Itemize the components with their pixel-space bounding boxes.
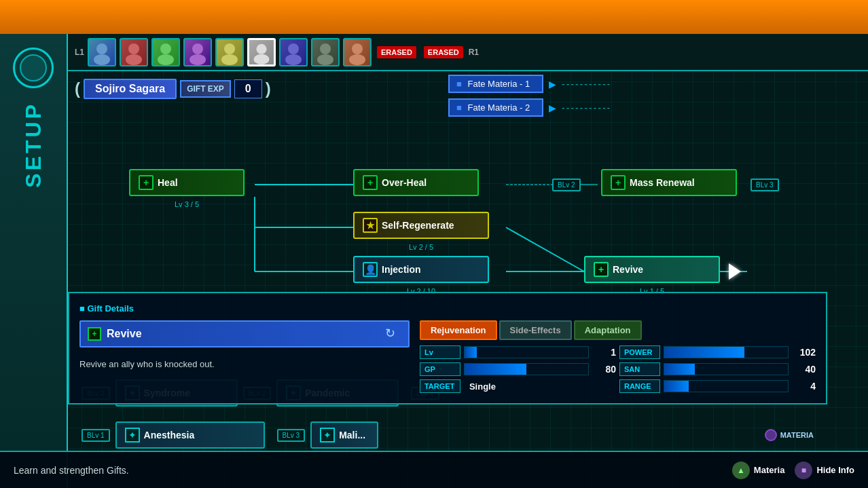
char-avatar-6-active[interactable] <box>247 38 276 67</box>
skill-node-mass-renewal[interactable]: + Mass Renewal <box>601 169 737 196</box>
fate-materia-1-value: ----------- <box>562 79 611 90</box>
materia-badge-text: MATERIA <box>780 431 814 439</box>
svg-point-15 <box>317 54 333 65</box>
svg-point-5 <box>158 54 174 65</box>
setup-sidebar: SETUP <box>0 34 68 488</box>
top-bar <box>0 0 868 34</box>
stat-san-fill <box>664 364 695 375</box>
materia-action[interactable]: ▲ Materia <box>732 462 785 479</box>
anesthesia-row: BLv 1 ✦ Anesthesia BLv 3 ✦ Mali... MATER… <box>68 421 827 449</box>
char-avatar-8[interactable] <box>311 38 340 67</box>
stat-range-label: RANGE <box>619 379 660 393</box>
char-avatar-2[interactable] <box>120 38 148 67</box>
char-avatar-9[interactable] <box>343 38 372 67</box>
mali-name: Mali... <box>339 430 365 440</box>
svg-point-1 <box>94 54 110 65</box>
self-regenerate-level: Lv 2 / 5 <box>409 243 433 251</box>
stat-range-value: 4 <box>792 381 816 392</box>
name-close-bracket: ) <box>266 79 271 98</box>
tab-adaptation[interactable]: Adaptation <box>574 320 642 340</box>
gift-details-title: ■ Gift Details <box>79 303 816 314</box>
gift-tabs: Rejuvenation Side-Effects Adaptation <box>420 320 816 340</box>
heal-icon: + <box>139 175 153 190</box>
stat-gp-value: 80 <box>592 364 616 375</box>
char-bar: L1 ERASED ERASED R1 <box>68 34 868 71</box>
gift-exp-label: GIFT EXP <box>180 80 231 98</box>
stat-lv-label: Lv <box>420 345 460 359</box>
anesthesia-name: Anesthesia <box>144 430 195 440</box>
svg-point-16 <box>352 43 363 54</box>
bottom-actions: ▲ Materia ■ Hide Info <box>732 462 854 479</box>
bottom-hint: Learn and strengthen Gifts. <box>14 465 129 476</box>
gift-name-row: + Revive ↻ <box>79 320 410 348</box>
triangle-button: ▲ <box>732 462 750 479</box>
char-avatar-5[interactable] <box>215 38 244 67</box>
skill-node-anesthesia-box[interactable]: ✦ Anesthesia <box>115 421 265 449</box>
stat-san-label: SAN <box>619 362 660 376</box>
tab-rejuvenation[interactable]: Rejuvenation <box>420 320 497 340</box>
stat-row-lv: Lv 1 <box>420 345 616 359</box>
char-avatar-4[interactable] <box>183 38 212 67</box>
svg-point-0 <box>96 43 107 54</box>
stat-target-label: TARGET <box>420 379 460 393</box>
stat-power-bar <box>664 346 789 358</box>
materia-badge-bottom: MATERIA <box>765 429 814 441</box>
svg-point-6 <box>192 43 203 54</box>
stat-target-value: Single <box>469 381 496 392</box>
hide-info-action[interactable]: ■ Hide Info <box>795 462 854 479</box>
stat-lv-fill <box>465 347 477 358</box>
stat-san-bar <box>664 363 789 375</box>
char-avatar-7[interactable] <box>279 38 308 67</box>
tab-side-effects[interactable]: Side-Effects <box>499 320 572 340</box>
stat-gp-fill <box>465 364 526 375</box>
skill-node-injection[interactable]: 👤 Injection Lv 2 / 10 <box>353 256 489 283</box>
svg-point-17 <box>349 54 365 65</box>
fate-materia-row-1: ■ Fate Materia - 1 ▶ ----------- <box>448 75 854 93</box>
skill-node-revive[interactable]: + Revive Lv 1 / 5 <box>584 256 720 283</box>
fate-materia-section: ■ Fate Materia - 1 ▶ ----------- ■ Fate … <box>448 75 854 122</box>
stat-row-san: SAN 40 <box>619 362 816 376</box>
stat-power-value: 102 <box>792 347 816 358</box>
over-heal-name: Over-Heal <box>382 177 427 188</box>
svg-point-14 <box>320 43 331 54</box>
stat-row-range: RANGE 4 <box>619 379 816 393</box>
stat-power-label: POWER <box>619 345 660 359</box>
revive-icon: + <box>594 262 609 277</box>
anesthesia-icon: ✦ <box>125 428 140 443</box>
skill-node-mali-box[interactable]: ✦ Mali... <box>310 421 378 449</box>
heal-name: Heal <box>158 177 178 188</box>
stat-san-value: 40 <box>792 364 816 375</box>
mass-renewal-icon: + <box>611 175 626 190</box>
skill-node-self-regenerate[interactable]: ★ Self-Regenerate Lv 2 / 5 <box>353 212 489 239</box>
svg-point-3 <box>126 54 142 65</box>
materia-action-label: Materia <box>754 465 785 475</box>
setup-circle <box>13 48 54 88</box>
svg-point-13 <box>285 54 302 65</box>
injection-name: Injection <box>382 264 421 275</box>
mass-renewal-name: Mass Renewal <box>630 177 695 188</box>
materia-circle-icon <box>765 429 777 441</box>
bottom-bar: Learn and strengthen Gifts. ▲ Materia ■ … <box>0 451 868 488</box>
skill-node-heal[interactable]: + Heal Lv 3 / 5 <box>129 169 245 196</box>
svg-point-8 <box>224 43 235 54</box>
setup-label: SETUP <box>21 102 46 188</box>
heal-level: Lv 3 / 5 <box>175 200 199 208</box>
gift-details-panel: ■ Gift Details + Revive ↻ Revive an ally… <box>68 292 827 405</box>
stat-power-fill <box>664 347 744 358</box>
lv-badge-after-anesthesia: BLv 3 <box>277 429 306 442</box>
svg-line-23 <box>506 227 584 271</box>
svg-point-11 <box>254 54 270 64</box>
gift-exp-value: 0 <box>234 79 262 98</box>
self-regenerate-name: Self-Regenerate <box>382 220 454 231</box>
fate-arrow-1: ▶ <box>549 79 556 90</box>
stat-row-power: POWER 102 <box>619 345 816 359</box>
char-avatar-3[interactable] <box>151 38 180 67</box>
fate-materia-2-value: ----------- <box>562 102 611 113</box>
svg-point-12 <box>288 43 299 54</box>
gift-description: Revive an ally who is knocked out. <box>79 354 410 375</box>
gift-details-content: + Revive ↻ Revive an ally who is knocked… <box>79 320 816 393</box>
char-avatar-1[interactable] <box>88 38 116 67</box>
skill-node-over-heal[interactable]: + Over-Heal <box>353 169 479 196</box>
lv-badge-anesthesia: BLv 1 <box>82 429 110 442</box>
svg-point-10 <box>256 43 266 54</box>
